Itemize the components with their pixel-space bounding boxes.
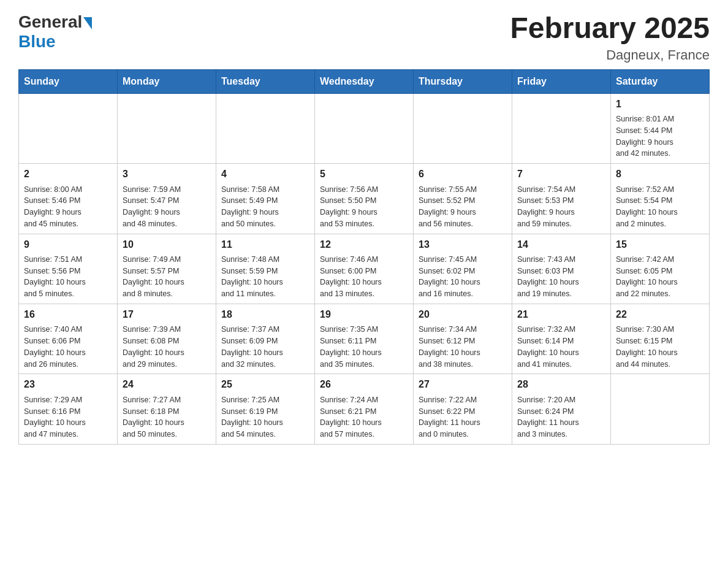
day-number: 23 [24,378,112,391]
day-info: Sunrise: 8:00 AMSunset: 5:46 PMDaylight:… [24,185,82,228]
day-info: Sunrise: 7:22 AMSunset: 6:22 PMDaylight:… [419,396,480,439]
day-number: 12 [320,238,408,251]
day-info: Sunrise: 7:52 AMSunset: 5:54 PMDaylight:… [616,185,678,228]
day-info: Sunrise: 7:30 AMSunset: 6:15 PMDaylight:… [616,325,678,368]
day-number: 21 [517,308,605,321]
calendar-week-row: 9Sunrise: 7:51 AMSunset: 5:56 PMDaylight… [19,234,710,304]
col-saturday: Saturday [611,69,710,93]
table-row: 13Sunrise: 7:45 AMSunset: 6:02 PMDayligh… [414,234,512,304]
col-tuesday: Tuesday [216,69,315,93]
month-title: February 2025 [510,12,710,45]
col-thursday: Thursday [414,69,512,93]
day-info: Sunrise: 7:46 AMSunset: 6:00 PMDaylight:… [320,255,382,298]
col-sunday: Sunday [19,69,118,93]
day-info: Sunrise: 7:20 AMSunset: 6:24 PMDaylight:… [517,396,579,439]
table-row: 23Sunrise: 7:29 AMSunset: 6:16 PMDayligh… [19,374,118,444]
day-info: Sunrise: 7:40 AMSunset: 6:06 PMDaylight:… [24,325,86,368]
logo-blue-text: Blue [18,32,56,52]
table-row [118,93,216,163]
day-number: 19 [320,308,408,321]
table-row: 16Sunrise: 7:40 AMSunset: 6:06 PMDayligh… [19,304,118,373]
table-row: 20Sunrise: 7:34 AMSunset: 6:12 PMDayligh… [414,304,512,373]
day-info: Sunrise: 7:58 AMSunset: 5:49 PMDaylight:… [221,185,279,228]
day-number: 28 [517,378,605,391]
table-row: 19Sunrise: 7:35 AMSunset: 6:11 PMDayligh… [315,304,414,373]
calendar-week-row: 23Sunrise: 7:29 AMSunset: 6:16 PMDayligh… [19,374,710,444]
day-number: 5 [320,167,408,181]
title-section: February 2025 Dagneux, France [510,12,710,63]
logo: General Blue [18,12,92,52]
day-number: 20 [419,308,507,321]
day-info: Sunrise: 8:01 AMSunset: 5:44 PMDaylight:… [616,115,674,158]
day-number: 13 [419,238,507,251]
day-info: Sunrise: 7:27 AMSunset: 6:18 PMDaylight:… [123,396,184,439]
calendar-header-row: Sunday Monday Tuesday Wednesday Thursday… [19,69,710,93]
table-row: 24Sunrise: 7:27 AMSunset: 6:18 PMDayligh… [118,374,216,444]
table-row [216,93,315,163]
col-monday: Monday [118,69,216,93]
day-info: Sunrise: 7:42 AMSunset: 6:05 PMDaylight:… [616,255,678,298]
table-row: 5Sunrise: 7:56 AMSunset: 5:50 PMDaylight… [315,164,414,234]
table-row [611,374,710,444]
table-row: 4Sunrise: 7:58 AMSunset: 5:49 PMDaylight… [216,164,315,234]
day-info: Sunrise: 7:48 AMSunset: 5:59 PMDaylight:… [221,255,283,298]
day-info: Sunrise: 7:55 AMSunset: 5:52 PMDaylight:… [419,185,477,228]
calendar-week-row: 1Sunrise: 8:01 AMSunset: 5:44 PMDaylight… [19,93,710,163]
table-row: 3Sunrise: 7:59 AMSunset: 5:47 PMDaylight… [118,164,216,234]
logo-arrow-icon [83,17,92,29]
table-row: 11Sunrise: 7:48 AMSunset: 5:59 PMDayligh… [216,234,315,304]
table-row [315,93,414,163]
table-row: 25Sunrise: 7:25 AMSunset: 6:19 PMDayligh… [216,374,315,444]
day-info: Sunrise: 7:56 AMSunset: 5:50 PMDaylight:… [320,185,378,228]
col-friday: Friday [512,69,611,93]
table-row: 27Sunrise: 7:22 AMSunset: 6:22 PMDayligh… [414,374,512,444]
day-info: Sunrise: 7:35 AMSunset: 6:11 PMDaylight:… [320,325,382,368]
day-number: 11 [221,238,309,251]
table-row: 9Sunrise: 7:51 AMSunset: 5:56 PMDaylight… [19,234,118,304]
day-info: Sunrise: 7:34 AMSunset: 6:12 PMDaylight:… [419,325,480,368]
day-info: Sunrise: 7:24 AMSunset: 6:21 PMDaylight:… [320,396,382,439]
day-number: 2 [24,167,112,181]
day-info: Sunrise: 7:25 AMSunset: 6:19 PMDaylight:… [221,396,283,439]
day-info: Sunrise: 7:37 AMSunset: 6:09 PMDaylight:… [221,325,283,368]
day-number: 25 [221,378,309,391]
calendar-table: Sunday Monday Tuesday Wednesday Thursday… [18,69,710,445]
day-number: 10 [123,238,211,251]
calendar-week-row: 2Sunrise: 8:00 AMSunset: 5:46 PMDaylight… [19,164,710,234]
table-row: 7Sunrise: 7:54 AMSunset: 5:53 PMDaylight… [512,164,611,234]
table-row: 10Sunrise: 7:49 AMSunset: 5:57 PMDayligh… [118,234,216,304]
day-number: 15 [616,238,704,251]
day-number: 27 [419,378,507,391]
day-info: Sunrise: 7:39 AMSunset: 6:08 PMDaylight:… [123,325,184,368]
table-row: 28Sunrise: 7:20 AMSunset: 6:24 PMDayligh… [512,374,611,444]
day-info: Sunrise: 7:54 AMSunset: 5:53 PMDaylight:… [517,185,575,228]
table-row: 12Sunrise: 7:46 AMSunset: 6:00 PMDayligh… [315,234,414,304]
day-number: 17 [123,308,211,321]
table-row [19,93,118,163]
day-info: Sunrise: 7:29 AMSunset: 6:16 PMDaylight:… [24,396,86,439]
logo-general-text: General [18,12,82,32]
day-number: 22 [616,308,704,321]
day-number: 6 [419,167,507,181]
table-row: 1Sunrise: 8:01 AMSunset: 5:44 PMDaylight… [611,93,710,163]
page-header: General Blue February 2025 Dagneux, Fran… [18,12,710,63]
day-number: 24 [123,378,211,391]
day-number: 16 [24,308,112,321]
day-number: 8 [616,167,704,181]
table-row: 22Sunrise: 7:30 AMSunset: 6:15 PMDayligh… [611,304,710,373]
table-row: 2Sunrise: 8:00 AMSunset: 5:46 PMDaylight… [19,164,118,234]
day-info: Sunrise: 7:45 AMSunset: 6:02 PMDaylight:… [419,255,480,298]
table-row: 18Sunrise: 7:37 AMSunset: 6:09 PMDayligh… [216,304,315,373]
col-wednesday: Wednesday [315,69,414,93]
table-row: 6Sunrise: 7:55 AMSunset: 5:52 PMDaylight… [414,164,512,234]
table-row: 26Sunrise: 7:24 AMSunset: 6:21 PMDayligh… [315,374,414,444]
table-row: 15Sunrise: 7:42 AMSunset: 6:05 PMDayligh… [611,234,710,304]
day-info: Sunrise: 7:51 AMSunset: 5:56 PMDaylight:… [24,255,86,298]
day-info: Sunrise: 7:49 AMSunset: 5:57 PMDaylight:… [123,255,184,298]
day-info: Sunrise: 7:32 AMSunset: 6:14 PMDaylight:… [517,325,579,368]
day-info: Sunrise: 7:59 AMSunset: 5:47 PMDaylight:… [123,185,181,228]
day-number: 14 [517,238,605,251]
table-row [414,93,512,163]
day-info: Sunrise: 7:43 AMSunset: 6:03 PMDaylight:… [517,255,579,298]
table-row: 8Sunrise: 7:52 AMSunset: 5:54 PMDaylight… [611,164,710,234]
